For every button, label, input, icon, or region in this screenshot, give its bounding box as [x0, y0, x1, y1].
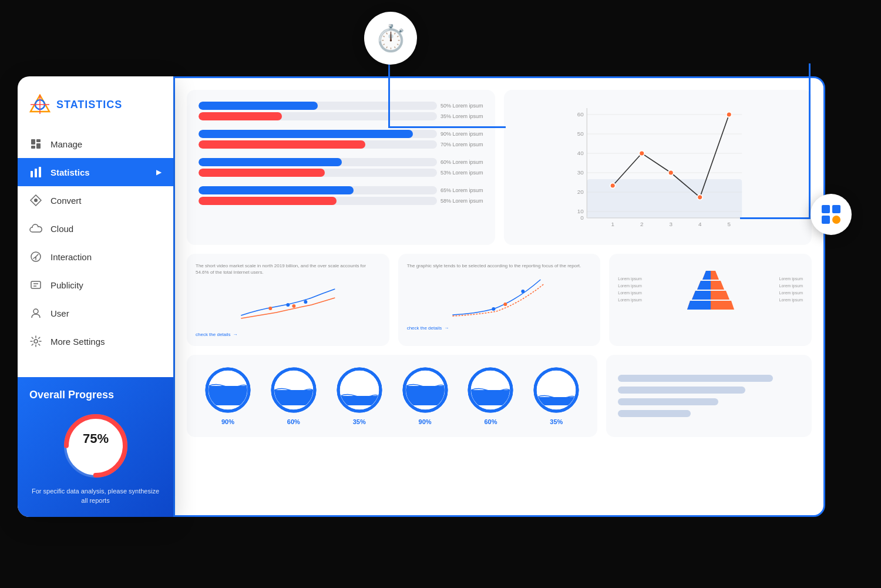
progress-circle-container: 75% — [29, 411, 162, 481]
more-settings-icon — [29, 335, 42, 348]
sidebar-item-convert[interactable]: Convert — [18, 186, 173, 214]
small-chart-1-svg — [196, 280, 381, 327]
svg-point-22 — [34, 340, 38, 343]
interaction-icon — [29, 250, 42, 263]
convert-label: Convert — [51, 196, 82, 206]
sidebar-item-interaction[interactable]: Interaction — [18, 243, 173, 271]
circle-gauge-1 — [204, 367, 251, 414]
bar-fill-blue — [199, 102, 318, 110]
bar-fill-blue — [199, 158, 342, 166]
svg-text:3: 3 — [669, 221, 672, 227]
svg-rect-0 — [822, 205, 830, 213]
svg-rect-12 — [31, 171, 33, 177]
pyramid-container: Lorem ipsum Lorem ipsum Lorem ipsum Lore… — [618, 263, 803, 315]
timer-icon-wrapper: ⏱️ — [364, 12, 417, 65]
svg-rect-18 — [31, 281, 41, 288]
svg-point-52 — [286, 303, 290, 307]
circle-gauge-3 — [336, 367, 383, 414]
pyramid-chart-panel: Lorem ipsum Lorem ipsum Lorem ipsum Lore… — [609, 254, 812, 346]
content-grid: 50% Lorem ipsum 35% Lorem ipsum — [187, 90, 812, 437]
bar-track — [199, 186, 437, 194]
convert-icon — [29, 194, 42, 207]
bar-track — [199, 158, 437, 166]
bar-label: 65% Lorem ipsum — [441, 187, 483, 193]
user-icon — [29, 307, 42, 320]
bar-group-3: 60% Lorem ipsum 53% Lorem ipsum — [199, 158, 483, 177]
circle-label-4: 90% — [419, 418, 432, 425]
svg-point-49 — [668, 170, 673, 176]
user-label: User — [51, 308, 69, 318]
circle-item-2: 60% — [270, 367, 317, 425]
bar-group-1: 50% Lorem ipsum 35% Lorem ipsum — [199, 102, 483, 120]
small-chart-1-link[interactable]: check the details → — [196, 332, 381, 337]
sidebar-item-statistics[interactable]: Statistics ▶ — [18, 158, 173, 186]
svg-text:0: 0 — [580, 214, 584, 221]
interaction-label: Interaction — [51, 252, 92, 262]
small-chart-1-text: The short video market scale in north 20… — [196, 263, 381, 275]
bar-label: 50% Lorem ipsum — [441, 103, 483, 109]
svg-rect-14 — [39, 167, 41, 177]
small-chart-2-link[interactable]: check the details → — [407, 325, 592, 331]
statistics-label: Statistics — [51, 167, 90, 177]
svg-point-51 — [726, 112, 731, 117]
publicity-label: Publicity — [51, 280, 83, 290]
sidebar-item-manage[interactable]: Manage — [18, 130, 173, 158]
bar-track — [199, 112, 437, 120]
small-chart-2: The graphic style tends to be selected a… — [398, 254, 601, 346]
svg-rect-69 — [209, 386, 247, 405]
circle-label-2: 60% — [287, 418, 300, 425]
progress-section: Overall Progress 75% For specific data a… — [18, 377, 173, 517]
bar-fill-blue — [199, 130, 413, 138]
svg-rect-85 — [471, 390, 510, 405]
pyramid-left-labels: Lorem ipsum Lorem ipsum Lorem ipsum Lore… — [618, 277, 641, 302]
svg-text:10: 10 — [577, 208, 584, 214]
circles-panel: 90% 60% — [187, 355, 597, 437]
h-bar-2 — [618, 387, 745, 394]
progress-title: Overall Progress — [29, 389, 162, 401]
bar-fill-red — [199, 197, 337, 205]
svg-point-53 — [304, 300, 307, 304]
circle-label-1: 90% — [221, 418, 234, 425]
circle-gauge-4 — [402, 367, 449, 414]
small-charts-row: The short video market scale in north 20… — [187, 254, 812, 346]
svg-text:40: 40 — [577, 150, 584, 156]
pyramid-right-labels: Lorem ipsum Lorem ipsum Lorem ipsum Lore… — [779, 277, 803, 302]
sidebar-item-cloud[interactable]: Cloud — [18, 214, 173, 243]
sidebar-logo: STATISTICS — [18, 88, 173, 130]
svg-point-56 — [492, 307, 495, 311]
small-chart-2-text: The graphic style tends to be selected a… — [407, 263, 592, 269]
bar-label: 70% Lorem ipsum — [441, 142, 483, 147]
svg-point-55 — [292, 304, 295, 308]
bar-label: 90% Lorem ipsum — [441, 131, 483, 137]
svg-text:2: 2 — [640, 221, 643, 227]
svg-rect-11 — [36, 143, 41, 149]
small-chart-2-svg — [407, 274, 592, 321]
circle-item-3: 35% — [336, 367, 383, 425]
circle-label-3: 35% — [353, 418, 366, 425]
sidebar-item-publicity[interactable]: Publicity — [18, 271, 173, 299]
sidebar-item-user[interactable]: User — [18, 299, 173, 327]
circle-item-4: 90% — [402, 367, 449, 425]
bar-track — [199, 169, 437, 177]
bar-label: 58% Lorem ipsum — [441, 198, 483, 204]
svg-rect-81 — [406, 386, 445, 405]
connector-line-horizontal — [388, 126, 506, 128]
bar-chart-panel: 50% Lorem ipsum 35% Lorem ipsum — [187, 90, 495, 245]
connector-line-right-horizontal — [740, 217, 811, 219]
pyramid-svg — [681, 263, 740, 315]
svg-text:5: 5 — [727, 221, 731, 227]
svg-point-57 — [521, 290, 524, 293]
h-bar-3 — [618, 398, 718, 405]
svg-point-16 — [34, 199, 38, 202]
svg-text:60: 60 — [577, 111, 584, 117]
more-settings-label: More Settings — [51, 337, 105, 347]
progress-circle: 75% — [60, 411, 131, 481]
bar-fill-red — [199, 169, 325, 177]
grid-icon-wrapper — [811, 194, 852, 235]
circle-gauge-2 — [270, 367, 317, 414]
publicity-icon — [29, 278, 42, 291]
bar-track — [199, 102, 437, 110]
sidebar-item-more-settings[interactable]: More Settings — [18, 327, 173, 355]
bar-label: 35% Lorem ipsum — [441, 113, 483, 119]
small-chart-1: The short video market scale in north 20… — [187, 254, 389, 346]
